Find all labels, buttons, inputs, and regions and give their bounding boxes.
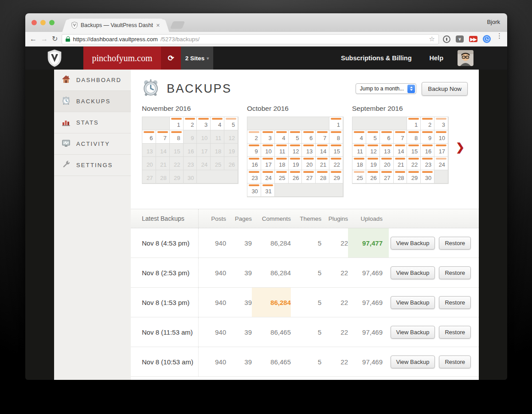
- calendar-day-24[interactable]: 24: [261, 170, 275, 184]
- calendar-day-8[interactable]: 8: [407, 130, 421, 144]
- calendar-day-11[interactable]: 11: [352, 144, 366, 157]
- calendar-day-20[interactable]: 20: [302, 157, 316, 170]
- help-link[interactable]: Help: [430, 55, 443, 62]
- view-backup-button[interactable]: View Backup: [391, 296, 435, 309]
- restore-button[interactable]: Restore: [439, 266, 471, 279]
- fast-forward-icon[interactable]: ▶▶: [469, 36, 477, 42]
- sidebar-item-backups[interactable]: BACKUPS: [54, 91, 131, 112]
- calendar-day-29[interactable]: 29: [329, 170, 343, 184]
- calendar-day-26[interactable]: 26: [366, 170, 380, 184]
- calendar-day-18[interactable]: 18: [352, 157, 366, 170]
- calendar-day-28[interactable]: 28: [394, 170, 407, 184]
- bookmark-star-icon[interactable]: ☆: [429, 35, 435, 43]
- calendar-day-15[interactable]: 15: [407, 144, 421, 157]
- sidebar-item-settings[interactable]: SETTINGS: [54, 155, 131, 176]
- calendar-day-12[interactable]: 12: [366, 144, 380, 157]
- sidebar-item-stats[interactable]: STATS: [54, 112, 131, 133]
- calendar-day-22[interactable]: 22: [407, 157, 421, 170]
- calendar-day-17[interactable]: 17: [261, 157, 275, 170]
- restore-button[interactable]: Restore: [439, 326, 471, 339]
- calendar-day-21[interactable]: 21: [316, 157, 329, 170]
- calendar-day-22[interactable]: 22: [329, 157, 343, 170]
- calendar-day-19[interactable]: 19: [289, 157, 302, 170]
- calendar-day-25[interactable]: 25: [352, 170, 366, 184]
- minimize-window-button[interactable]: [40, 20, 46, 25]
- calendar-day-1[interactable]: 1: [407, 117, 421, 130]
- calendar-day-10[interactable]: 10: [261, 144, 275, 157]
- close-window-button[interactable]: [31, 20, 37, 25]
- calendar-day-24[interactable]: 24: [434, 157, 448, 170]
- calendar-day-16[interactable]: 16: [247, 157, 261, 170]
- calendar-day-30[interactable]: 30: [247, 184, 261, 197]
- calendar-day-28[interactable]: 28: [316, 170, 329, 184]
- back-icon[interactable]: ←: [30, 35, 37, 43]
- calendar-day-27[interactable]: 27: [380, 170, 394, 184]
- address-bar[interactable]: https://dashboard.vaultpress.com /5273/b…: [62, 34, 439, 44]
- backup-now-button[interactable]: Backup Now: [422, 82, 468, 96]
- calendar-day-5[interactable]: 5: [366, 130, 380, 144]
- calendar-day-30[interactable]: 30: [421, 170, 434, 184]
- calendar-day-9[interactable]: 9: [421, 130, 434, 144]
- calendar-day-31[interactable]: 31: [261, 184, 275, 197]
- calendar-day-14[interactable]: 14: [394, 144, 407, 157]
- reload-icon[interactable]: ↻: [52, 35, 58, 43]
- calendar-day-6[interactable]: 6: [302, 130, 316, 144]
- calendar-day-1[interactable]: 1: [170, 117, 184, 130]
- calendar-day-8[interactable]: 8: [170, 130, 184, 144]
- restore-button[interactable]: Restore: [439, 296, 471, 309]
- calendar-day-5[interactable]: 5: [224, 117, 238, 130]
- restore-button[interactable]: Restore: [439, 237, 471, 250]
- calendar-day-21[interactable]: 21: [394, 157, 407, 170]
- calendar-day-23[interactable]: 23: [421, 157, 434, 170]
- calendar-day-13[interactable]: 13: [380, 144, 394, 157]
- calendar-day-4[interactable]: 4: [275, 130, 289, 144]
- view-backup-button[interactable]: View Backup: [391, 355, 435, 368]
- new-tab-button[interactable]: [170, 21, 185, 29]
- onepassword-icon[interactable]: [443, 35, 450, 43]
- view-backup-button[interactable]: View Backup: [391, 237, 435, 250]
- calendar-day-11[interactable]: 11: [275, 144, 289, 157]
- calendar-day-9[interactable]: 9: [247, 144, 261, 157]
- calendar-day-7[interactable]: 7: [394, 130, 407, 144]
- browser-menu-icon[interactable]: ⋮: [496, 32, 503, 46]
- calendar-day-6[interactable]: 6: [380, 130, 394, 144]
- sites-dropdown[interactable]: 2 Sites ▾: [181, 47, 213, 70]
- calendar-day-6[interactable]: 6: [142, 130, 156, 144]
- browser-profile-name[interactable]: Bjork: [487, 19, 500, 25]
- calendar-day-16[interactable]: 16: [421, 144, 434, 157]
- calendar-day-19[interactable]: 19: [366, 157, 380, 170]
- calendar-day-7[interactable]: 7: [156, 130, 170, 144]
- calendar-day-14[interactable]: 14: [316, 144, 329, 157]
- view-backup-button[interactable]: View Backup: [391, 326, 435, 339]
- calendar-day-12[interactable]: 12: [289, 144, 302, 157]
- calendar-day-25[interactable]: 25: [275, 170, 289, 184]
- subscriptions-billing-link[interactable]: Subscriptions & Billing: [341, 55, 412, 62]
- sidebar-item-activity[interactable]: ACTIVITY: [54, 133, 131, 155]
- calendar-day-8[interactable]: 8: [329, 130, 343, 144]
- history-clock-icon[interactable]: [483, 35, 491, 43]
- calendar-day-10[interactable]: 10: [434, 130, 448, 144]
- calendar-day-5[interactable]: 5: [289, 130, 302, 144]
- user-avatar[interactable]: [458, 50, 473, 66]
- calendar-day-17[interactable]: 17: [434, 144, 448, 157]
- calendar-day-27[interactable]: 27: [302, 170, 316, 184]
- calendar-day-1[interactable]: 1: [329, 117, 343, 130]
- calendar-day-2[interactable]: 2: [421, 117, 434, 130]
- browser-tab[interactable]: Backups — VaultPress Dashbo ✕: [67, 19, 164, 32]
- calendar-day-13[interactable]: 13: [302, 144, 316, 157]
- calendar-day-7[interactable]: 7: [316, 130, 329, 144]
- view-backup-button[interactable]: View Backup: [391, 266, 435, 279]
- sidebar-item-dashboard[interactable]: DASHBOARD: [54, 70, 131, 91]
- calendar-day-18[interactable]: 18: [275, 157, 289, 170]
- current-site-name[interactable]: pinchofyum.com: [83, 47, 161, 70]
- calendar-day-3[interactable]: 3: [434, 117, 448, 130]
- calendar-day-4[interactable]: 4: [211, 117, 224, 130]
- forward-icon[interactable]: →: [41, 35, 48, 43]
- calendar-day-15[interactable]: 15: [329, 144, 343, 157]
- zoom-window-button[interactable]: [49, 20, 55, 25]
- sync-icon[interactable]: ⟳: [161, 47, 181, 70]
- calendar-day-20[interactable]: 20: [380, 157, 394, 170]
- calendar-day-3[interactable]: 3: [197, 117, 211, 130]
- calendar-next-icon[interactable]: ❯: [456, 141, 465, 153]
- calendar-day-26[interactable]: 26: [289, 170, 302, 184]
